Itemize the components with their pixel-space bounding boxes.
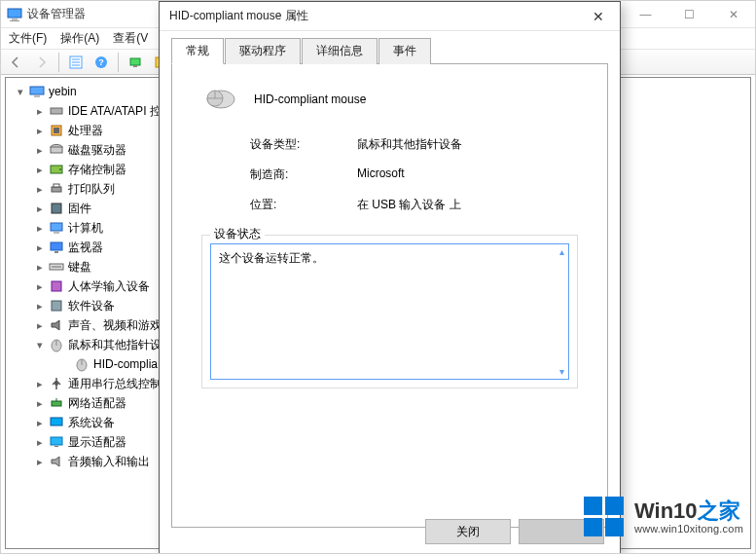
svg-rect-42 — [52, 401, 61, 406]
svg-rect-2 — [10, 20, 19, 21]
device-status-group: 设备状态 这个设备运转正常。 ▴ ▾ — [201, 235, 578, 388]
group-label: 设备状态 — [210, 226, 265, 242]
chevron-right-icon[interactable]: ▸ — [33, 222, 47, 235]
help-icon[interactable]: ? — [90, 52, 113, 73]
tree-item-label: 固件 — [68, 201, 91, 217]
svg-rect-1 — [12, 18, 18, 20]
chevron-right-icon[interactable]: ▸ — [33, 125, 47, 137]
tree-root-label: yebin — [49, 85, 77, 98]
chevron-right-icon[interactable]: ▸ — [33, 241, 47, 254]
properties-icon[interactable] — [64, 52, 88, 73]
chevron-right-icon[interactable]: ▸ — [33, 280, 47, 293]
back-button[interactable] — [5, 52, 28, 73]
menu-file[interactable]: 文件(F) — [7, 30, 49, 47]
chevron-right-icon[interactable]: ▸ — [33, 397, 47, 410]
tab-events[interactable]: 事件 — [378, 38, 431, 64]
scan-icon[interactable] — [124, 52, 147, 73]
keyboard-icon — [49, 259, 64, 275]
scroll-down-icon[interactable]: ▾ — [559, 366, 564, 377]
svg-rect-31 — [52, 281, 61, 291]
svg-rect-28 — [54, 251, 58, 253]
tree-item-label: 磁盘驱动器 — [68, 142, 126, 159]
close-button[interactable]: ✕ — [576, 3, 620, 30]
monitor-icon — [49, 240, 64, 255]
tab-general[interactable]: 常规 — [171, 38, 224, 64]
chevron-right-icon[interactable]: ▸ — [33, 417, 47, 429]
tree-item-label: 通用串行总线控制 — [68, 376, 162, 392]
svg-rect-25 — [51, 223, 62, 231]
display-icon — [49, 434, 64, 450]
value-device-type: 鼠标和其他指针设备 — [357, 136, 578, 153]
watermark: Win10之家 www.win10xitong.com — [584, 497, 743, 537]
scroll-up-icon[interactable]: ▴ — [559, 246, 564, 257]
device-manager-icon — [7, 7, 22, 22]
tree-item-label: 存储控制器 — [68, 162, 126, 178]
tab-driver[interactable]: 驱动程序 — [225, 38, 301, 64]
chevron-right-icon[interactable]: ▸ — [33, 144, 47, 157]
chevron-right-icon[interactable]: ▸ — [33, 164, 47, 176]
value-manufacturer: Microsoft — [357, 166, 578, 183]
cpu-icon — [49, 123, 64, 138]
svg-rect-52 — [584, 497, 602, 515]
props-title: HID-compliant mouse 属性 — [169, 8, 308, 24]
svg-marker-33 — [52, 320, 59, 330]
props-titlebar[interactable]: HID-compliant mouse 属性 ✕ — [160, 2, 620, 31]
svg-rect-27 — [51, 242, 62, 250]
properties-dialog: HID-compliant mouse 属性 ✕ 常规 驱动程序 详细信息 事件… — [159, 1, 621, 554]
dm-title: 设备管理器 — [27, 6, 86, 22]
svg-rect-23 — [54, 184, 59, 187]
svg-rect-19 — [51, 147, 62, 153]
toolbar-divider — [118, 53, 119, 72]
chevron-right-icon[interactable]: ▸ — [33, 319, 47, 332]
label-device-type: 设备类型: — [250, 136, 357, 153]
toolbar-divider — [58, 53, 59, 72]
tab-details[interactable]: 详细信息 — [302, 38, 378, 64]
audioio-icon — [49, 454, 64, 469]
close-dialog-button[interactable]: 关闭 — [425, 519, 511, 544]
maximize-button[interactable]: ☐ — [667, 1, 711, 28]
chevron-down-icon[interactable]: ▾ — [33, 339, 47, 351]
ide-icon — [49, 103, 64, 119]
svg-rect-54 — [584, 518, 602, 536]
windows-logo-icon — [584, 497, 625, 537]
chevron-right-icon[interactable]: ▸ — [33, 436, 47, 449]
menu-view[interactable]: 查看(V — [111, 30, 150, 47]
hid-icon — [49, 278, 64, 294]
svg-rect-45 — [51, 437, 62, 445]
menu-action[interactable]: 操作(A) — [58, 30, 101, 47]
minimize-button[interactable]: — — [624, 1, 667, 28]
svg-rect-46 — [54, 446, 58, 447]
tree-item-label: 监视器 — [68, 240, 103, 256]
dm-window-controls: — ☐ ✕ — [624, 1, 755, 28]
chevron-right-icon[interactable]: ▸ — [33, 261, 47, 274]
firmware-icon — [49, 201, 64, 216]
forward-button[interactable] — [30, 52, 54, 73]
tree-item-label: 打印队列 — [68, 181, 115, 198]
chevron-right-icon[interactable]: ▸ — [33, 105, 47, 118]
svg-rect-24 — [52, 203, 61, 213]
tree-item-label: 网络适配器 — [68, 395, 126, 412]
tree-item-label: IDE ATA/ATAPI 控 — [68, 103, 162, 120]
svg-rect-17 — [54, 128, 59, 133]
chevron-right-icon[interactable]: ▸ — [33, 378, 47, 390]
chevron-down-icon[interactable]: ▾ — [14, 86, 27, 98]
chevron-right-icon[interactable]: ▸ — [33, 300, 47, 313]
svg-point-21 — [59, 168, 61, 170]
label-location: 位置: — [250, 197, 357, 213]
device-status-text[interactable]: 这个设备运转正常。 ▴ ▾ — [210, 243, 569, 380]
computer-icon — [29, 84, 45, 99]
close-button[interactable]: ✕ — [711, 1, 755, 28]
dialog-buttons: 关闭 — [425, 519, 604, 544]
tree-item-label: 键盘 — [68, 259, 91, 276]
tab-panel-general: HID-compliant mouse 设备类型: 鼠标和其他指针设备 制造商:… — [171, 64, 608, 528]
props-body: 常规 驱动程序 详细信息 事件 HID-compliant mouse 设备类型… — [171, 37, 608, 528]
tree-item-label: 软件设备 — [68, 298, 115, 314]
status-text-content: 这个设备运转正常。 — [219, 251, 324, 265]
tree-item-label: 系统设备 — [68, 415, 115, 431]
svg-rect-0 — [8, 9, 21, 18]
chevron-right-icon[interactable]: ▸ — [33, 183, 47, 196]
mouse-icon — [201, 86, 236, 113]
chevron-right-icon[interactable]: ▸ — [33, 456, 47, 468]
chevron-right-icon[interactable]: ▸ — [33, 203, 47, 215]
tree-item-label: 计算机 — [68, 220, 103, 237]
